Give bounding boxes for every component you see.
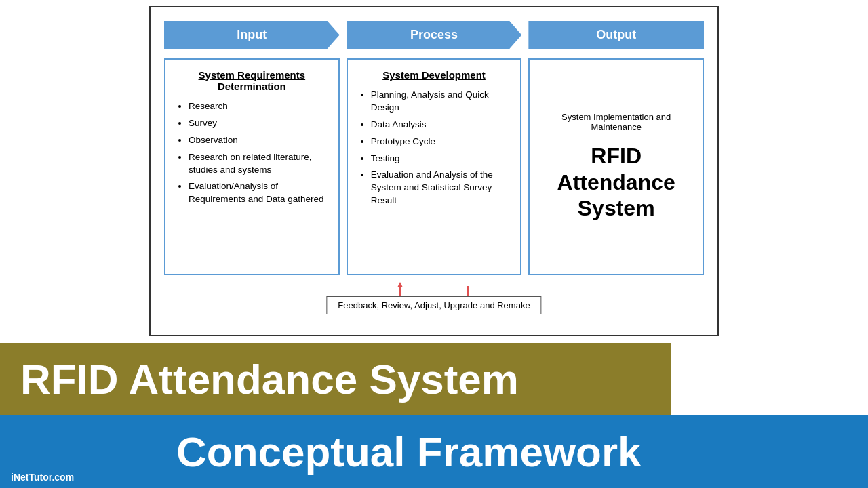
output-title: RFID Attendance System [540, 143, 692, 221]
process-box-title: System Development [359, 69, 510, 81]
diagram-area: Input Process Output System Requirements… [0, 0, 868, 342]
process-list: Planning, Analysis and Quick Design Data… [359, 89, 510, 207]
banner-olive: RFID Attendance System [0, 343, 671, 415]
svg-marker-1 [397, 282, 403, 287]
list-item: Data Analysis [371, 119, 510, 131]
list-item: Survey [189, 117, 328, 130]
banner-row2: Conceptual Framework iNetTutor.com [0, 415, 868, 488]
output-header: Output [528, 21, 704, 49]
list-item: Observation [189, 134, 328, 147]
feedback-label: Feedback, Review, Adjust, Upgrade and Re… [338, 300, 530, 310]
process-label: Process [410, 28, 458, 41]
input-list: Research Survey Observation Research on … [176, 100, 328, 206]
branding-label: iNetTutor.com [11, 472, 74, 483]
feedback-area: Feedback, Review, Adjust, Upgrade and Re… [164, 281, 704, 314]
banner-blue: Conceptual Framework [0, 415, 868, 488]
output-subtitle: System Implementation and Maintenance [540, 112, 692, 132]
diagram-container: Input Process Output System Requirements… [149, 6, 719, 336]
process-box: System Development Planning, Analysis an… [347, 58, 522, 275]
process-header: Process [347, 21, 522, 49]
content-row: System Requirements Determination Resear… [164, 58, 704, 275]
banner-olive-text: RFID Attendance System [20, 356, 519, 403]
output-box: System Implementation and Maintenance RF… [528, 58, 704, 275]
list-item: Evaluation/Analysis of Requirements and … [189, 180, 328, 206]
feedback-box: Feedback, Review, Adjust, Upgrade and Re… [326, 296, 541, 314]
input-header: Input [164, 21, 340, 49]
input-label: Input [237, 28, 267, 41]
input-box: System Requirements Determination Resear… [164, 58, 340, 275]
list-item: Planning, Analysis and Quick Design [371, 89, 510, 115]
list-item: Testing [371, 152, 510, 165]
input-box-title: System Requirements Determination [176, 69, 328, 92]
banners-wrapper: RFID Attendance System Conceptual Framew… [0, 343, 868, 488]
headers-row: Input Process Output [164, 21, 704, 49]
output-label: Output [596, 28, 636, 41]
list-item: Research on related literature, studies … [189, 151, 328, 177]
list-item: Evaluation and Analysis of the System an… [371, 169, 510, 207]
banner-blue-text: Conceptual Framework [176, 428, 642, 475]
banner-row1: RFID Attendance System [0, 343, 868, 415]
list-item: Prototype Cycle [371, 136, 510, 148]
list-item: Research [189, 100, 328, 113]
